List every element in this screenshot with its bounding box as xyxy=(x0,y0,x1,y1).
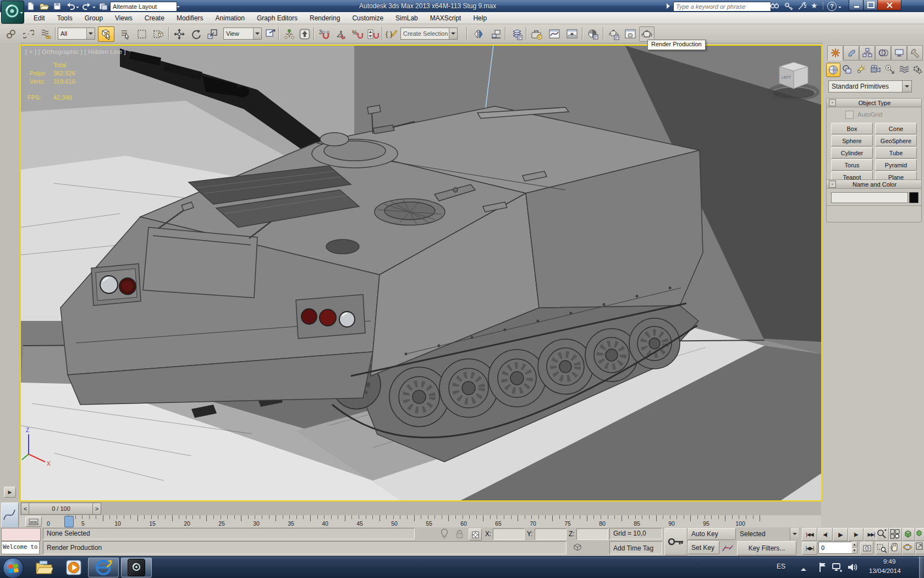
key-mode-dropdown[interactable]: Selected xyxy=(737,528,799,540)
material-editor-icon[interactable] xyxy=(585,26,601,42)
menu-simlab[interactable]: SimLab xyxy=(389,13,424,23)
percent-snap-toggle-icon[interactable]: % xyxy=(350,26,365,42)
tab-modify[interactable] xyxy=(843,45,859,61)
menu-create[interactable]: Create xyxy=(139,13,170,23)
subcategory-cameras-icon[interactable] xyxy=(869,63,882,76)
zoom-extents-all-button[interactable] xyxy=(915,528,924,541)
start-button[interactable] xyxy=(3,558,24,578)
play-button[interactable]: ▶ xyxy=(833,528,848,541)
clock-date[interactable]: 13/04/2014 xyxy=(869,568,901,574)
key-mode-toggle-button[interactable]: |◀▶| xyxy=(802,542,817,555)
workspace-dropdown-caret[interactable] xyxy=(174,2,182,12)
menu-modifiers[interactable]: Modifiers xyxy=(170,13,210,23)
rollout-name-color-header[interactable]: - Name and Color xyxy=(827,180,921,189)
current-frame-field[interactable] xyxy=(818,542,855,554)
window-crossing-toggle-icon[interactable] xyxy=(151,26,166,42)
show-desktop-button[interactable] xyxy=(919,557,924,578)
menu-customize[interactable]: Customize xyxy=(346,13,389,23)
default-in-out-tangent-icon[interactable] xyxy=(722,542,734,553)
menu-rendering[interactable]: Rendering xyxy=(304,13,346,23)
set-key-button[interactable]: Set Key xyxy=(688,541,719,554)
help-dropdown-caret[interactable] xyxy=(838,7,842,10)
open-file-button[interactable] xyxy=(38,1,50,11)
time-configuration-button[interactable] xyxy=(860,542,873,554)
project-folder-button[interactable] xyxy=(98,1,109,11)
tab-motion[interactable] xyxy=(875,45,891,61)
menu-animation[interactable]: Animation xyxy=(210,13,251,23)
previous-frame-button[interactable]: ◀| xyxy=(817,528,833,541)
menu-graph-editors[interactable]: Graph Editors xyxy=(251,13,304,23)
select-object-icon[interactable] xyxy=(98,26,114,42)
create-tube-button[interactable]: Tube xyxy=(875,147,917,159)
orbit-button[interactable] xyxy=(902,542,915,554)
render-setup-icon[interactable] xyxy=(606,26,622,42)
zoom-region-button[interactable] xyxy=(876,542,889,554)
object-name-field[interactable] xyxy=(831,192,908,203)
new-file-button[interactable] xyxy=(25,1,36,11)
schematic-view-icon[interactable] xyxy=(564,26,580,42)
redo-dropdown-caret[interactable] xyxy=(92,7,96,10)
bind-to-space-warp-icon[interactable] xyxy=(38,26,54,42)
subcategory-lights-icon[interactable] xyxy=(855,63,868,76)
create-box-button[interactable]: Box xyxy=(831,123,873,134)
search-input[interactable] xyxy=(673,2,771,12)
zoom-extents-button[interactable] xyxy=(902,528,915,541)
z-coordinate-field[interactable] xyxy=(576,528,608,540)
tab-create[interactable] xyxy=(827,45,843,61)
track-selection-range-icon[interactable] xyxy=(25,516,42,527)
toolbox-icon[interactable] xyxy=(529,26,544,42)
collapse-icon[interactable]: - xyxy=(829,181,836,188)
tab-hierarchy[interactable] xyxy=(859,45,875,61)
select-and-move-icon[interactable] xyxy=(172,26,187,42)
maximize-button[interactable] xyxy=(863,0,878,10)
application-menu-button[interactable] xyxy=(1,1,24,24)
layer-manager-icon[interactable] xyxy=(509,26,525,42)
select-and-scale-icon[interactable] xyxy=(205,26,220,42)
viewport-label[interactable]: [ + ] [ Orthographic ] [ Hidden Line ] xyxy=(25,48,126,55)
next-frame-button[interactable]: |▶ xyxy=(848,528,864,541)
zoom-all-button[interactable] xyxy=(889,528,902,541)
help-icon[interactable]: ? xyxy=(827,2,837,11)
favorites-star-icon[interactable]: ★ xyxy=(811,1,818,10)
taskbar-3dsmax-icon[interactable] xyxy=(121,558,152,577)
time-tag-icon[interactable] xyxy=(573,543,582,552)
select-by-name-icon[interactable] xyxy=(118,26,133,42)
show-hidden-icons-arrow[interactable] xyxy=(801,565,806,571)
menu-edit[interactable]: Edit xyxy=(28,13,51,23)
menu-views[interactable]: Views xyxy=(109,13,139,23)
create-geosphere-button[interactable]: GeoSphere xyxy=(875,135,917,146)
track-bar[interactable]: 0 5 10 15 20 25 30 35 40 45 50 55 60 65 … xyxy=(20,515,821,528)
subcategory-spacewarps-icon[interactable] xyxy=(898,63,911,76)
dock-expand-button[interactable]: ▶ xyxy=(4,487,16,498)
x-coordinate-field[interactable] xyxy=(493,528,525,540)
search-expand-icon[interactable] xyxy=(666,3,670,9)
menu-maxscript[interactable]: MAXScript xyxy=(424,13,468,23)
spinner-snap-toggle-icon[interactable] xyxy=(365,26,381,42)
y-coordinate-field[interactable] xyxy=(535,528,566,540)
unlink-selection-icon[interactable] xyxy=(21,26,36,42)
set-keys-button[interactable] xyxy=(664,528,688,555)
volume-icon[interactable] xyxy=(847,563,858,572)
rectangular-selection-region-icon[interactable] xyxy=(134,26,150,42)
create-sphere-button[interactable]: Sphere xyxy=(831,135,873,146)
edit-named-selection-sets-icon[interactable]: { } xyxy=(384,26,399,42)
action-center-flag-icon[interactable] xyxy=(818,562,828,572)
current-frame-marker[interactable] xyxy=(64,516,74,527)
snaps-toggle-icon[interactable]: 3 xyxy=(317,26,332,42)
tab-display[interactable] xyxy=(891,45,907,61)
select-and-link-icon[interactable] xyxy=(3,26,19,42)
close-button[interactable] xyxy=(877,0,901,10)
maximize-viewport-toggle[interactable] xyxy=(915,542,924,554)
selection-filter-dropdown[interactable]: All xyxy=(58,28,95,40)
angle-snap-toggle-icon[interactable] xyxy=(333,26,349,42)
menu-group[interactable]: Group xyxy=(79,13,109,23)
absolute-offset-mode-toggle[interactable] xyxy=(469,528,482,541)
network-icon[interactable] xyxy=(832,563,843,572)
create-cone-button[interactable]: Cone xyxy=(875,123,917,134)
save-button[interactable] xyxy=(52,1,63,11)
workspace-dropdown[interactable]: Alternate Layout xyxy=(110,2,177,12)
mirror-icon[interactable] xyxy=(471,26,486,42)
subcategory-systems-icon[interactable] xyxy=(911,63,924,76)
maxscript-mini-listener-pink[interactable] xyxy=(1,528,41,541)
taskbar-explorer-icon[interactable] xyxy=(29,558,59,577)
